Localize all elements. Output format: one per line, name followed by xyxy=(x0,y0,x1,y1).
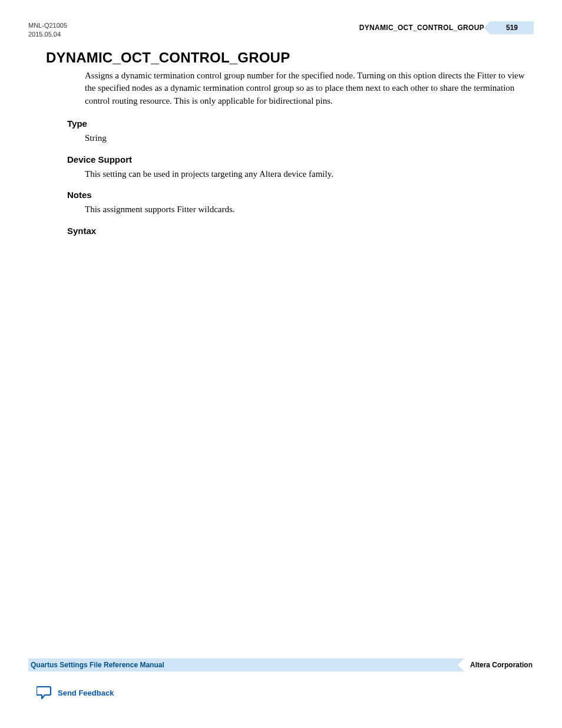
page-number: 519 xyxy=(490,21,534,34)
section-heading-notes: Notes xyxy=(67,190,534,200)
header-right: DYNAMIC_OCT_CONTROL_GROUP 519 xyxy=(359,21,534,34)
breadcrumb: DYNAMIC_OCT_CONTROL_GROUP xyxy=(359,24,484,32)
feedback-row: Send Feedback xyxy=(37,686,534,700)
manual-title-link[interactable]: Quartus Settings File Reference Manual xyxy=(28,661,164,669)
page-footer: Quartus Settings File Reference Manual A… xyxy=(28,658,534,700)
footer-bar: Quartus Settings File Reference Manual A… xyxy=(28,658,534,671)
doc-meta: MNL-Q21005 2015.05.04 xyxy=(28,21,67,39)
doc-date: 2015.05.04 xyxy=(28,30,67,39)
content-body: Assigns a dynamic termination control gr… xyxy=(85,70,534,236)
feedback-icon xyxy=(37,686,52,700)
company-name: Altera Corporation xyxy=(464,658,534,671)
page-number-badge: 519 xyxy=(490,21,534,34)
send-feedback-link[interactable]: Send Feedback xyxy=(58,689,114,697)
section-body-notes: This assignment supports Fitter wildcard… xyxy=(85,203,534,216)
intro-paragraph: Assigns a dynamic termination control gr… xyxy=(85,70,534,108)
section-heading-device-support: Device Support xyxy=(67,154,534,164)
doc-id: MNL-Q21005 xyxy=(28,21,67,30)
section-heading-type: Type xyxy=(67,118,534,129)
page-title: DYNAMIC_OCT_CONTROL_GROUP xyxy=(46,50,534,66)
section-body-type: String xyxy=(85,132,534,145)
page-header: MNL-Q21005 2015.05.04 DYNAMIC_OCT_CONTRO… xyxy=(28,21,534,39)
section-heading-syntax: Syntax xyxy=(67,226,534,236)
section-body-device-support: This setting can be used in projects tar… xyxy=(85,168,534,181)
